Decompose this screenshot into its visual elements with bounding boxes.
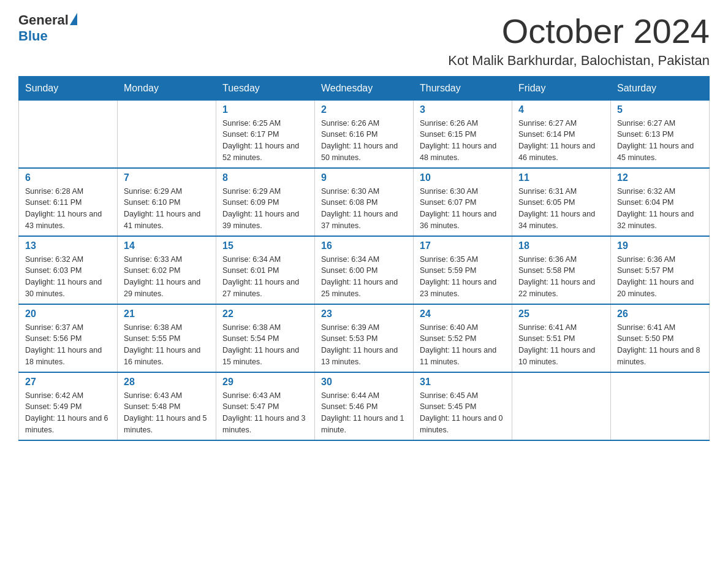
header-day-sunday: Sunday <box>19 76 118 100</box>
location-title: Kot Malik Barkhurdar, Balochistan, Pakis… <box>448 53 710 69</box>
day-info: Sunrise: 6:30 AMSunset: 6:08 PMDaylight:… <box>321 186 407 232</box>
calendar-cell: 12Sunrise: 6:32 AMSunset: 6:04 PMDayligh… <box>611 168 710 236</box>
logo: General Blue <box>18 12 77 44</box>
calendar-cell: 14Sunrise: 6:33 AMSunset: 6:02 PMDayligh… <box>118 236 216 304</box>
day-info: Sunrise: 6:31 AMSunset: 6:05 PMDaylight:… <box>518 186 604 232</box>
month-title: October 2024 <box>448 12 710 50</box>
day-info: Sunrise: 6:40 AMSunset: 5:52 PMDaylight:… <box>420 322 506 368</box>
week-row-0: 1Sunrise: 6:25 AMSunset: 6:17 PMDaylight… <box>19 100 710 168</box>
calendar-table: SundayMondayTuesdayWednesdayThursdayFrid… <box>18 76 710 441</box>
day-info: Sunrise: 6:35 AMSunset: 5:59 PMDaylight:… <box>420 254 506 300</box>
logo-triangle-icon <box>70 13 77 25</box>
calendar-cell: 10Sunrise: 6:30 AMSunset: 6:07 PMDayligh… <box>414 168 512 236</box>
day-info: Sunrise: 6:28 AMSunset: 6:11 PMDaylight:… <box>25 186 111 232</box>
day-number: 14 <box>124 240 210 251</box>
week-row-4: 27Sunrise: 6:42 AMSunset: 5:49 PMDayligh… <box>19 372 710 440</box>
day-number: 22 <box>222 308 308 320</box>
day-info: Sunrise: 6:27 AMSunset: 6:13 PMDaylight:… <box>617 118 703 164</box>
day-number: 20 <box>25 308 111 320</box>
calendar-cell <box>118 100 216 168</box>
day-number: 31 <box>420 377 506 388</box>
calendar-cell <box>512 372 611 440</box>
day-number: 12 <box>617 172 703 183</box>
calendar-cell <box>19 100 118 168</box>
day-number: 30 <box>321 377 407 388</box>
day-number: 23 <box>321 308 407 320</box>
day-number: 28 <box>124 377 210 388</box>
day-number: 16 <box>321 240 407 251</box>
day-number: 26 <box>617 308 703 320</box>
day-info: Sunrise: 6:29 AMSunset: 6:10 PMDaylight:… <box>124 186 210 232</box>
day-number: 25 <box>518 308 604 320</box>
calendar-cell: 9Sunrise: 6:30 AMSunset: 6:08 PMDaylight… <box>315 168 414 236</box>
header-day-wednesday: Wednesday <box>315 76 414 100</box>
calendar-cell: 21Sunrise: 6:38 AMSunset: 5:55 PMDayligh… <box>118 304 216 372</box>
day-number: 6 <box>25 172 111 183</box>
logo-general-text: General <box>18 12 69 28</box>
calendar-cell: 6Sunrise: 6:28 AMSunset: 6:11 PMDaylight… <box>19 168 118 236</box>
day-info: Sunrise: 6:41 AMSunset: 5:50 PMDaylight:… <box>617 322 703 368</box>
calendar-cell: 5Sunrise: 6:27 AMSunset: 6:13 PMDaylight… <box>611 100 710 168</box>
day-info: Sunrise: 6:43 AMSunset: 5:47 PMDaylight:… <box>222 390 308 436</box>
title-area: October 2024 Kot Malik Barkhurdar, Baloc… <box>448 12 710 69</box>
day-number: 7 <box>124 172 210 183</box>
calendar-cell: 29Sunrise: 6:43 AMSunset: 5:47 PMDayligh… <box>216 372 315 440</box>
day-number: 29 <box>222 377 308 388</box>
day-info: Sunrise: 6:26 AMSunset: 6:15 PMDaylight:… <box>420 118 506 164</box>
week-row-1: 6Sunrise: 6:28 AMSunset: 6:11 PMDaylight… <box>19 168 710 236</box>
calendar-cell: 25Sunrise: 6:41 AMSunset: 5:51 PMDayligh… <box>512 304 611 372</box>
day-number: 10 <box>420 172 506 183</box>
day-number: 8 <box>222 172 308 183</box>
day-number: 4 <box>518 104 604 115</box>
day-number: 24 <box>420 308 506 320</box>
day-number: 15 <box>222 240 308 251</box>
week-row-3: 20Sunrise: 6:37 AMSunset: 5:56 PMDayligh… <box>19 304 710 372</box>
calendar-cell: 22Sunrise: 6:38 AMSunset: 5:54 PMDayligh… <box>216 304 315 372</box>
day-info: Sunrise: 6:43 AMSunset: 5:48 PMDaylight:… <box>124 390 210 436</box>
day-info: Sunrise: 6:27 AMSunset: 6:14 PMDaylight:… <box>518 118 604 164</box>
day-info: Sunrise: 6:42 AMSunset: 5:49 PMDaylight:… <box>25 390 111 436</box>
day-info: Sunrise: 6:38 AMSunset: 5:54 PMDaylight:… <box>222 322 308 368</box>
day-info: Sunrise: 6:34 AMSunset: 6:00 PMDaylight:… <box>321 254 407 300</box>
day-number: 2 <box>321 104 407 115</box>
calendar-cell: 26Sunrise: 6:41 AMSunset: 5:50 PMDayligh… <box>611 304 710 372</box>
day-info: Sunrise: 6:37 AMSunset: 5:56 PMDaylight:… <box>25 322 111 368</box>
day-number: 11 <box>518 172 604 183</box>
header-day-thursday: Thursday <box>414 76 512 100</box>
calendar-cell: 1Sunrise: 6:25 AMSunset: 6:17 PMDaylight… <box>216 100 315 168</box>
header-day-saturday: Saturday <box>611 76 710 100</box>
day-info: Sunrise: 6:38 AMSunset: 5:55 PMDaylight:… <box>124 322 210 368</box>
calendar-cell: 15Sunrise: 6:34 AMSunset: 6:01 PMDayligh… <box>216 236 315 304</box>
day-info: Sunrise: 6:36 AMSunset: 5:57 PMDaylight:… <box>617 254 703 300</box>
day-number: 17 <box>420 240 506 251</box>
day-number: 3 <box>420 104 506 115</box>
day-info: Sunrise: 6:30 AMSunset: 6:07 PMDaylight:… <box>420 186 506 232</box>
calendar-cell: 13Sunrise: 6:32 AMSunset: 6:03 PMDayligh… <box>19 236 118 304</box>
header-row: SundayMondayTuesdayWednesdayThursdayFrid… <box>19 76 710 100</box>
calendar-cell: 30Sunrise: 6:44 AMSunset: 5:46 PMDayligh… <box>315 372 414 440</box>
day-info: Sunrise: 6:45 AMSunset: 5:45 PMDaylight:… <box>420 390 506 436</box>
day-number: 5 <box>617 104 703 115</box>
day-info: Sunrise: 6:29 AMSunset: 6:09 PMDaylight:… <box>222 186 308 232</box>
logo-blue-text: Blue <box>18 28 48 44</box>
day-info: Sunrise: 6:36 AMSunset: 5:58 PMDaylight:… <box>518 254 604 300</box>
calendar-cell: 11Sunrise: 6:31 AMSunset: 6:05 PMDayligh… <box>512 168 611 236</box>
header: General Blue October 2024 Kot Malik Bark… <box>18 12 710 69</box>
day-number: 13 <box>25 240 111 251</box>
calendar-cell <box>611 372 710 440</box>
calendar-cell: 17Sunrise: 6:35 AMSunset: 5:59 PMDayligh… <box>414 236 512 304</box>
calendar-cell: 18Sunrise: 6:36 AMSunset: 5:58 PMDayligh… <box>512 236 611 304</box>
calendar-cell: 7Sunrise: 6:29 AMSunset: 6:10 PMDaylight… <box>118 168 216 236</box>
calendar-cell: 24Sunrise: 6:40 AMSunset: 5:52 PMDayligh… <box>414 304 512 372</box>
day-number: 27 <box>25 377 111 388</box>
day-number: 1 <box>222 104 308 115</box>
day-info: Sunrise: 6:32 AMSunset: 6:03 PMDaylight:… <box>25 254 111 300</box>
calendar-cell: 27Sunrise: 6:42 AMSunset: 5:49 PMDayligh… <box>19 372 118 440</box>
calendar-cell: 4Sunrise: 6:27 AMSunset: 6:14 PMDaylight… <box>512 100 611 168</box>
day-info: Sunrise: 6:41 AMSunset: 5:51 PMDaylight:… <box>518 322 604 368</box>
calendar-cell: 16Sunrise: 6:34 AMSunset: 6:00 PMDayligh… <box>315 236 414 304</box>
header-day-monday: Monday <box>118 76 216 100</box>
calendar-cell: 3Sunrise: 6:26 AMSunset: 6:15 PMDaylight… <box>414 100 512 168</box>
day-info: Sunrise: 6:25 AMSunset: 6:17 PMDaylight:… <box>222 118 308 164</box>
header-day-friday: Friday <box>512 76 611 100</box>
